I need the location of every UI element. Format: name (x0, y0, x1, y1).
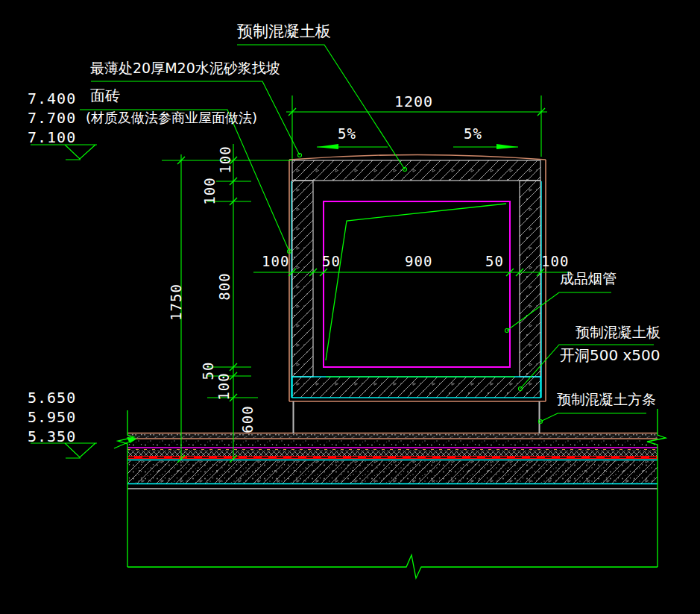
elevation-lower-3: 5.350 (28, 429, 76, 444)
elevation-upper-2: 7.700 (28, 110, 76, 125)
label-precast-slab-right: 预制混凝土板 (576, 325, 660, 339)
dim-h-50-left: 50 (322, 254, 341, 269)
dim-v-600: 600 (241, 405, 255, 433)
dim-v-100-3: 100 (217, 372, 231, 400)
dim-v-800: 800 (218, 272, 232, 300)
dim-h-900: 900 (405, 254, 432, 269)
roof-layers (127, 433, 658, 489)
dim-v-50: 50 (201, 362, 215, 380)
dim-v-1750: 1750 (169, 283, 183, 321)
dim-v-100-1: 100 (218, 145, 233, 173)
chimney-section (289, 155, 546, 434)
elevation-upper-3: 7.100 (28, 130, 76, 145)
label-precast-slab-top: 预制混凝土板 (237, 24, 331, 40)
dim-h-100-right: 100 (541, 254, 569, 269)
label-precast-strip: 预制混凝土方条 (557, 392, 656, 407)
cad-drawing-canvas: 预制混凝土板 最薄处20厚M20水泥砂浆找坡 面砖 (材质及做法参商业屋面做法)… (0, 0, 700, 614)
label-tile-note: (材质及做法参商业屋面做法) (86, 111, 257, 125)
label-flue-pipe: 成品烟管 (560, 272, 617, 286)
dim-slope-right: 5% (464, 127, 482, 141)
elevation-upper-1: 7.400 (28, 91, 76, 106)
dim-h-50-right: 50 (485, 254, 504, 269)
elevation-lower-2: 5.950 (28, 410, 76, 425)
label-tile: 面砖 (90, 88, 120, 103)
dim-width-1200: 1200 (394, 94, 433, 109)
dim-slope-left: 5% (338, 127, 356, 141)
dim-h-100-left: 100 (262, 254, 289, 269)
label-opening-500x500: 开洞500 x500 (560, 348, 660, 363)
label-mortar-slope: 最薄处20厚M20水泥砂浆找坡 (90, 61, 280, 75)
elevation-lower-1: 5.650 (28, 390, 76, 405)
dim-v-100-2: 100 (203, 177, 217, 204)
